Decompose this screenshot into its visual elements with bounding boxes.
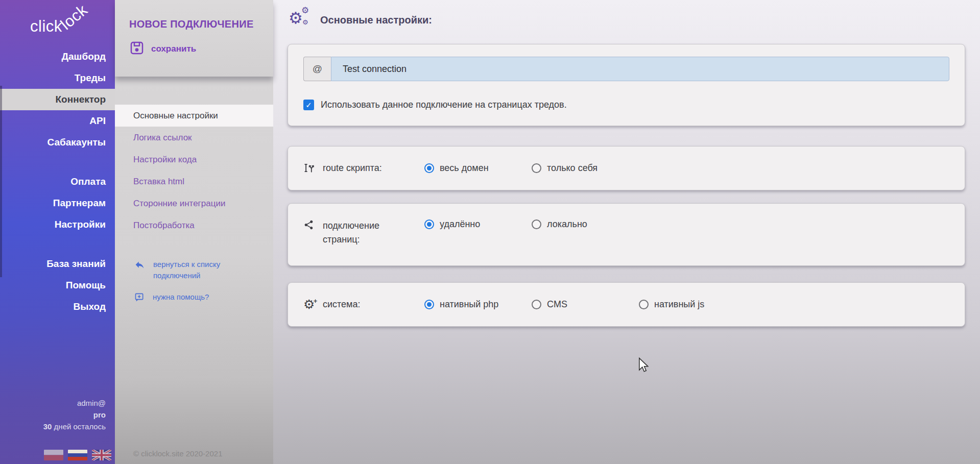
sidebar-item[interactable]: Выход bbox=[0, 296, 115, 318]
submenu-list: Основные настройкиЛогика ссылокНастройки… bbox=[115, 105, 273, 236]
radio-option[interactable]: CMS bbox=[532, 299, 639, 310]
sidebar-item[interactable]: API bbox=[0, 110, 115, 132]
group-label: route скрипта: bbox=[323, 161, 382, 175]
share-icon bbox=[303, 219, 317, 232]
at-prefix: @ bbox=[303, 57, 331, 81]
use-on-threads-row: ✓ Использовать данное подключение на стр… bbox=[303, 100, 949, 110]
radio-selected-icon[interactable] bbox=[424, 300, 434, 309]
submenu-item[interactable]: Настройки кода bbox=[115, 149, 273, 170]
account-days-left: 30 дней осталось bbox=[43, 421, 106, 432]
language-flags bbox=[44, 450, 111, 460]
use-on-threads-checkbox[interactable]: ✓ bbox=[303, 100, 314, 110]
radio-unselected-icon[interactable] bbox=[532, 300, 541, 309]
submenu-item[interactable]: Логика ссылок bbox=[115, 127, 273, 149]
submenu-item[interactable]: Сторонние интеграции bbox=[115, 192, 273, 214]
radio-option[interactable]: удалённо bbox=[424, 219, 532, 230]
radio-option-label: CMS bbox=[547, 299, 567, 310]
copyright-footer: © clicklock.site 2020-2021 bbox=[133, 449, 222, 458]
clicklock-logo[interactable]: click lock bbox=[16, 4, 108, 44]
radio-option-label: нативный php bbox=[440, 299, 498, 310]
need-help-link[interactable]: нужна помощь? bbox=[134, 291, 273, 306]
system-card: ⚙+ система: нативный phpCMSнативный js bbox=[288, 282, 965, 327]
radio-option-label: локально bbox=[547, 219, 587, 230]
radio-option[interactable]: локально bbox=[532, 219, 639, 230]
sidebar-item[interactable]: База знаний bbox=[0, 253, 115, 275]
flag-russia-icon[interactable] bbox=[68, 450, 87, 460]
radio-option-label: удалённо bbox=[440, 219, 480, 230]
radio-selected-icon[interactable] bbox=[424, 219, 434, 229]
connection-submenu: НОВОЕ ПОДКЛЮЧЕНИЕ сохранить Основные нас… bbox=[115, 0, 273, 464]
sidebar-item[interactable]: Треды bbox=[0, 67, 115, 89]
submenu-header: НОВОЕ ПОДКЛЮЧЕНИЕ сохранить bbox=[115, 0, 273, 77]
radio-unselected-icon[interactable] bbox=[639, 300, 649, 309]
flag-poland-icon[interactable] bbox=[44, 450, 63, 460]
radio-unselected-icon[interactable] bbox=[532, 219, 541, 229]
back-link-label: вернуться к списку подключений bbox=[153, 259, 243, 281]
radio-unselected-icon[interactable] bbox=[532, 163, 541, 173]
undo-arrow-icon bbox=[134, 259, 145, 281]
section-heading: ⚙ ⚙ ⚙ Основные настройки: bbox=[289, 9, 432, 31]
account-info: admin@ pro 30 дней осталось bbox=[43, 397, 106, 432]
sidebar-item[interactable]: Сабакаунты bbox=[0, 132, 115, 153]
submenu-item[interactable]: Постобработка bbox=[115, 214, 273, 236]
sidebar: click lock ДашбордТредыКоннекторAPIСабак… bbox=[0, 0, 115, 464]
section-heading-label: Основные настройки: bbox=[320, 14, 432, 26]
gears-icon: ⚙ ⚙ ⚙ bbox=[289, 9, 311, 31]
page-connection-card: подключение страниц: удалённолокально bbox=[288, 203, 965, 266]
help-link-label: нужна помощь? bbox=[153, 291, 209, 306]
route-script-card: route скрипта: весь доментолько себя bbox=[288, 146, 965, 190]
submenu-item[interactable]: Вставка html bbox=[115, 170, 273, 192]
sidebar-item[interactable]: Настройки bbox=[0, 214, 115, 235]
connection-name-input[interactable] bbox=[331, 57, 949, 81]
radio-selected-icon[interactable] bbox=[424, 163, 434, 173]
gear-plus-icon: ⚙+ bbox=[303, 298, 317, 310]
group-label: система: bbox=[323, 298, 361, 311]
sidebar-item[interactable]: Оплата bbox=[0, 171, 115, 192]
logo-lock-text: lock bbox=[57, 1, 91, 34]
save-button-label: сохранить bbox=[151, 44, 196, 54]
sidebar-item[interactable]: Коннектор bbox=[0, 89, 115, 110]
radio-option-label: весь домен bbox=[440, 163, 489, 174]
back-to-connections-link[interactable]: вернуться к списку подключений bbox=[134, 259, 273, 281]
save-button[interactable]: сохранить bbox=[129, 40, 221, 58]
help-comment-icon bbox=[134, 292, 145, 306]
account-plan: pro bbox=[43, 409, 106, 421]
account-email: admin@ bbox=[43, 397, 106, 409]
sidebar-item[interactable]: Дашборд bbox=[0, 46, 115, 67]
mouse-cursor bbox=[638, 357, 649, 375]
radio-option[interactable]: нативный js bbox=[639, 299, 746, 310]
sidebar-item[interactable]: Помощь bbox=[0, 275, 115, 296]
radio-option-label: нативный js bbox=[654, 299, 704, 310]
submenu-links: вернуться к списку подключений нужна пом… bbox=[134, 259, 273, 306]
connection-name-card: @ ✓ Использовать данное подключение на с… bbox=[288, 44, 965, 126]
radio-option[interactable]: весь домен bbox=[424, 163, 532, 174]
use-on-threads-label: Использовать данное подключение на стран… bbox=[321, 100, 567, 110]
submenu-item[interactable]: Основные настройки bbox=[115, 105, 273, 127]
radio-option-label: только себя bbox=[547, 163, 597, 174]
sidebar-nav: ДашбордТредыКоннекторAPIСабакаунтыОплата… bbox=[0, 46, 115, 318]
floppy-save-icon bbox=[129, 40, 145, 58]
page-title: НОВОЕ ПОДКЛЮЧЕНИЕ bbox=[115, 0, 273, 30]
sidebar-item[interactable]: Партнерам bbox=[0, 192, 115, 214]
screen-edge-shadow bbox=[0, 86, 2, 277]
main-content: ⚙ ⚙ ⚙ Основные настройки: @ ✓ Использова… bbox=[273, 0, 980, 464]
route-icon bbox=[303, 162, 317, 174]
radio-option[interactable]: нативный php bbox=[424, 299, 532, 310]
connection-name-group: @ bbox=[303, 57, 949, 81]
flag-uk-icon[interactable] bbox=[92, 450, 111, 460]
group-label: подключение страниц: bbox=[323, 219, 407, 247]
radio-option[interactable]: только себя bbox=[532, 163, 639, 174]
